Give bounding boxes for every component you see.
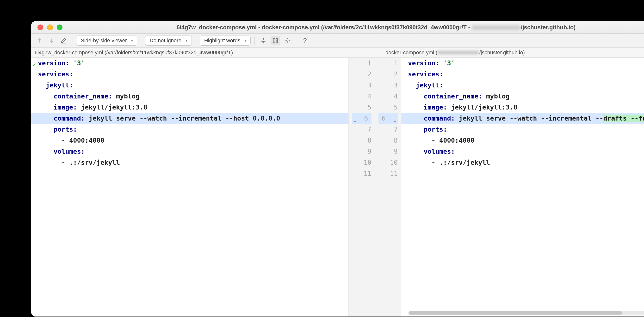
line-number: 11 <box>378 168 398 179</box>
toolbar-separator <box>254 36 255 45</box>
line-number: 7 <box>378 124 398 135</box>
line-number: 5 <box>378 102 398 113</box>
chevron-down-icon: ▼ <box>185 39 188 42</box>
code-line: - .:/srv/jekyll <box>31 157 348 168</box>
code-line: container_name: myblog <box>31 91 348 102</box>
code-line: services: <box>401 69 644 80</box>
line-number: 3 <box>352 80 372 91</box>
line-number: 8 <box>378 135 398 146</box>
line-number: 3 <box>378 80 398 91</box>
close-window-button[interactable] <box>38 24 43 30</box>
code-line: jekyll: <box>31 80 348 91</box>
code-line: ports: <box>401 124 644 135</box>
code-line: - .:/srv/jekyll <box>401 157 644 168</box>
code-line-changed: command: jekyll serve --watch --incremen… <box>31 113 348 124</box>
code-line-changed: command: jekyll serve --watch --incremen… <box>401 113 644 124</box>
right-file-path-prefix: docker-compose.yml ( <box>386 49 437 56</box>
highlight-mode-select[interactable]: Highlight words ▼ <box>200 35 251 46</box>
line-number: 4 <box>378 91 398 102</box>
left-line-numbers: 1 2 3 4 5 ⇥6 7 8 9 10 11 <box>349 58 375 317</box>
window-controls <box>31 24 62 30</box>
next-diff-button[interactable] <box>46 36 56 45</box>
highlight-mode-label: Highlight words <box>204 37 240 44</box>
horizontal-scrollbar[interactable] <box>408 311 644 315</box>
code-line: jekyll: <box>401 80 644 91</box>
line-number: 2 <box>352 69 372 80</box>
viewer-mode-label: Side-by-side viewer <box>81 37 127 44</box>
prev-diff-button[interactable] <box>34 36 44 45</box>
window-title-suffix: /jschuster.github.io) <box>521 24 576 30</box>
line-number: ⇥6 <box>352 113 372 124</box>
edit-button[interactable] <box>59 36 68 45</box>
toolbar-separator <box>196 36 196 45</box>
left-file-path: 6i4g7w_docker-compose.yml (/var/folders/… <box>34 49 233 56</box>
diff-body: ✓ version: '3' services: jekyll: contain… <box>31 58 644 317</box>
collapse-unchanged-button[interactable] <box>258 36 268 45</box>
line-number: 2 <box>378 69 398 80</box>
code-line: services: <box>31 69 348 80</box>
zoom-window-button[interactable] <box>57 24 62 30</box>
ignore-mode-select[interactable]: Do not ignore ▼ <box>145 35 192 46</box>
line-number: 4 <box>352 91 372 102</box>
line-number: 11 <box>352 168 372 179</box>
code-line: volumes: <box>31 146 348 157</box>
line-number: 10 <box>352 157 372 168</box>
sync-scroll-button[interactable] <box>270 36 280 45</box>
line-number: 9 <box>352 146 372 157</box>
code-line: version: '3' <box>401 58 644 69</box>
minimize-window-button[interactable] <box>47 24 53 30</box>
help-button[interactable]: ? <box>300 36 310 45</box>
line-number: 1 <box>352 58 372 69</box>
toolbar-separator <box>296 36 296 45</box>
line-number: 6⇤ <box>378 113 398 124</box>
toolbar-separator <box>72 36 72 45</box>
viewer-mode-select[interactable]: Side-by-side viewer ▼ <box>76 35 137 46</box>
line-number: 9 <box>378 146 398 157</box>
settings-button[interactable] <box>282 36 292 45</box>
right-file-header: docker-compose.yml (/jschuster.github.io… <box>382 47 644 57</box>
chevron-down-icon: ▼ <box>130 39 134 42</box>
toolbar-separator <box>141 36 141 45</box>
code-line: image: jekyll/jekyll:3.8 <box>31 102 348 113</box>
code-line: container_name: myblog <box>401 91 644 102</box>
line-number-gutter: 1 2 3 4 5 ⇥6 7 8 9 10 11 1 2 3 4 5 6⇤ 7 … <box>348 58 401 317</box>
code-line: - 4000:4000 <box>31 135 348 146</box>
code-line: volumes: <box>401 146 644 157</box>
line-number: 8 <box>352 135 372 146</box>
line-number: 1 <box>378 58 398 69</box>
code-line: - 4000:4000 <box>401 135 644 146</box>
ignore-mode-label: Do not ignore <box>150 37 182 44</box>
toolbar: Side-by-side viewer ▼ Do not ignore ▼ Hi… <box>31 34 644 47</box>
right-file-path-suffix: /jschuster.github.io) <box>479 49 525 56</box>
redacted-path <box>438 51 479 54</box>
right-line-numbers: 1 2 3 4 5 6⇤ 7 8 9 10 11 <box>375 58 401 317</box>
window-title: 6i4g7w_docker-compose.yml - docker-compo… <box>31 24 644 31</box>
redacted-path <box>472 25 520 30</box>
window-title-prefix: 6i4g7w_docker-compose.yml - docker-compo… <box>176 24 472 30</box>
code-line: version: '3' <box>31 58 348 69</box>
right-pane[interactable]: ✓ version: '3' services: jekyll: contain… <box>401 58 644 317</box>
svg-point-2 <box>287 40 288 41</box>
code-line: ports: <box>31 124 348 135</box>
left-file-header: 6i4g7w_docker-compose.yml (/var/folders/… <box>31 47 382 57</box>
line-number: 5 <box>352 102 372 113</box>
scrollbar-thumb[interactable] <box>408 311 622 315</box>
file-headers: 6i4g7w_docker-compose.yml (/var/folders/… <box>31 47 644 58</box>
line-number: 10 <box>378 157 398 168</box>
code-line: image: jekyll/jekyll:3.8 <box>401 102 644 113</box>
chevron-down-icon: ▼ <box>244 39 247 42</box>
diff-window: 6i4g7w_docker-compose.yml - docker-compo… <box>31 21 644 317</box>
left-pane[interactable]: version: '3' services: jekyll: container… <box>31 58 348 317</box>
titlebar: 6i4g7w_docker-compose.yml - docker-compo… <box>31 21 644 34</box>
line-number: 7 <box>352 124 372 135</box>
